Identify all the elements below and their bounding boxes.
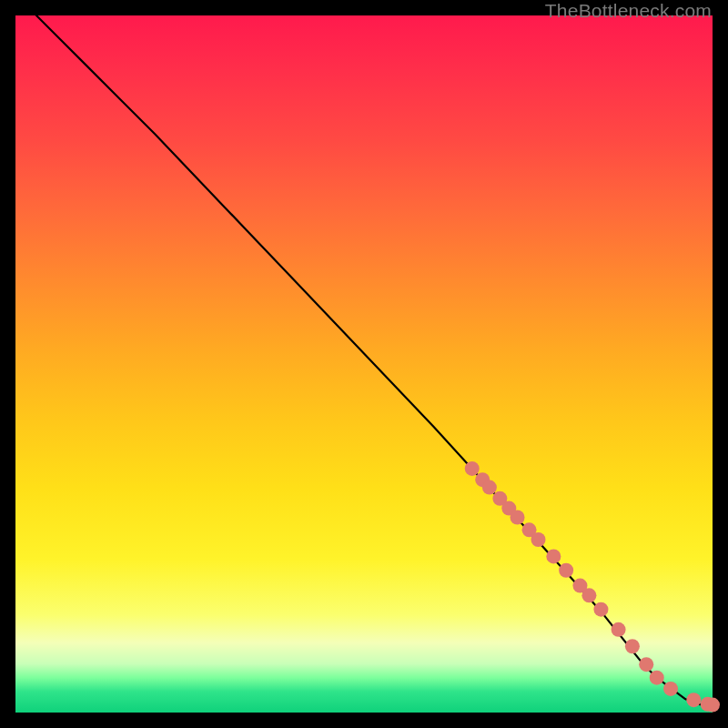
chart-svg <box>15 15 713 713</box>
chart-marker <box>663 682 678 696</box>
chart-marker <box>612 622 626 637</box>
chart-marker <box>559 563 573 578</box>
chart-marker <box>546 549 561 563</box>
chart-frame: TheBottleneck.com <box>0 0 728 728</box>
chart-marker <box>705 698 720 713</box>
chart-marker <box>650 671 664 685</box>
chart-curve <box>36 15 709 705</box>
chart-marker <box>639 657 653 672</box>
chart-marker <box>625 639 640 653</box>
chart-marker <box>593 602 608 617</box>
chart-marker <box>482 480 497 495</box>
chart-marker <box>686 693 701 707</box>
chart-marker <box>511 511 525 525</box>
chart-marker <box>465 461 480 476</box>
chart-markers <box>465 461 720 713</box>
chart-marker <box>531 532 546 547</box>
chart-marker <box>581 588 596 602</box>
